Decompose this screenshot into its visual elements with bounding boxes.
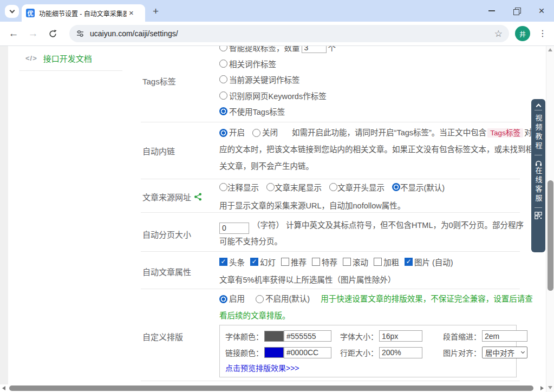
scroll-left-arrow[interactable] (2, 386, 5, 390)
radio-label-enable[interactable]: 启用 (229, 295, 245, 303)
video-tutorial-button[interactable]: 视频教程 (533, 114, 544, 151)
close-icon: × (538, 6, 544, 15)
checkbox-label: 头条 (229, 256, 245, 267)
radio-selected-icon[interactable] (392, 183, 400, 191)
back-button[interactable]: ← (4, 22, 23, 45)
checkbox-image[interactable]: 图片 (自动) (405, 256, 453, 267)
radio-icon[interactable] (329, 183, 337, 191)
qr-code-icon[interactable] (535, 212, 542, 219)
radio-icon[interactable] (219, 92, 227, 100)
checkbox-checked-icon[interactable] (219, 258, 227, 266)
browser-menu-icon[interactable]: ⋮ (538, 28, 547, 38)
font-size-input[interactable] (379, 330, 422, 342)
api-doc-link-label[interactable]: 接口开发文档 (43, 53, 92, 64)
typeset-panel: 字体颜色： 字体大小： 段首缩进： 链接颜色： 行距大小： 图片对齐： 居中对齐… (219, 325, 517, 377)
row-divider (141, 251, 520, 252)
tab-close-icon[interactable]: × (129, 9, 134, 17)
checkbox-icon[interactable] (374, 258, 382, 266)
radio-label-off[interactable]: 关闭 (262, 128, 278, 137)
radio-label-on[interactable]: 开启 (229, 128, 245, 137)
checkbox-label: 图片 (自动) (414, 256, 453, 267)
site-settings-icon[interactable] (76, 29, 84, 38)
font-color-input[interactable] (284, 330, 331, 342)
radio-selected-icon[interactable] (219, 129, 227, 137)
option-label: 不使用Tags标签 (229, 106, 285, 117)
radio-icon[interactable] (219, 75, 227, 83)
scroll-up-arrow[interactable] (548, 48, 552, 51)
link-color-swatch[interactable] (264, 347, 284, 358)
radio-icon[interactable] (256, 295, 264, 303)
vertical-scrollbar-thumb[interactable] (548, 180, 553, 291)
radio-option-article-end[interactable]: 文章末尾显示 (266, 181, 322, 193)
tags-badge: Tags标签 (487, 128, 523, 138)
browser-tab[interactable]: 优 功能细节设置 - 自动文章采集器 × (22, 4, 145, 22)
restore-button[interactable] (504, 0, 529, 22)
radio-icon[interactable] (219, 60, 227, 68)
radio-icon[interactable] (252, 129, 260, 137)
vertical-scrollbar[interactable] (546, 46, 554, 392)
scroll-right-arrow[interactable] (540, 386, 544, 390)
headset-icon[interactable] (535, 159, 543, 167)
image-align-select[interactable]: 居中对齐 (482, 347, 527, 358)
checkbox-label: 特荐 (322, 256, 337, 267)
scroll-down-arrow[interactable] (548, 386, 552, 389)
sidebar-item-api-docs[interactable]: </> 接口开发文档 (25, 53, 92, 64)
new-tab-button[interactable]: + (153, 5, 159, 17)
indent-label: 段首缩进： (443, 331, 482, 342)
checkbox-icon[interactable] (312, 258, 320, 266)
font-color-label: 字体颜色： (225, 331, 264, 342)
radio-option-hide[interactable]: 不显示(默认) (392, 181, 445, 193)
radio-selected-icon[interactable] (219, 295, 227, 303)
radio-option-no-tags[interactable]: 不使用Tags标签 (219, 103, 336, 120)
radio-option-source-keywords[interactable]: 当前源关键词作标签 (219, 71, 336, 88)
online-service-button[interactable]: 在线客服 (533, 167, 544, 204)
horizontal-scrollbar[interactable] (0, 384, 546, 392)
checkbox-icon[interactable] (281, 258, 289, 266)
option-label: 文章开头显示 (337, 181, 384, 193)
link-color-input[interactable] (284, 347, 331, 358)
font-color-swatch[interactable] (264, 331, 284, 342)
paging-size-input[interactable] (219, 223, 249, 234)
radio-option-article-head[interactable]: 文章开头显示 (329, 181, 384, 193)
tab-search-button[interactable] (5, 5, 19, 18)
profile-avatar[interactable]: 井 (515, 26, 530, 41)
preview-typeset-link[interactable]: 点击预览排版效果>>> (225, 362, 299, 373)
smart-tag-count-input[interactable] (302, 46, 327, 53)
url-text[interactable]: ucaiyun.com/caiji/settings/ (90, 29, 494, 38)
reload-button[interactable] (43, 22, 62, 45)
tab-title: 功能细节设置 - 自动文章采集器 (39, 9, 127, 18)
radio-option-related-words[interactable]: 相关词作标签 (219, 56, 336, 72)
radio-option-smart-tags[interactable]: 智能提取标签，数量 个 (219, 46, 336, 56)
address-bar[interactable]: ucaiyun.com/caiji/settings/ ☆ (69, 25, 509, 42)
radio-label-disable[interactable]: 不启用(默认) (265, 295, 310, 303)
bookmark-star-icon[interactable]: ☆ (494, 28, 503, 40)
radio-option-comment[interactable]: 注释显示 (219, 181, 259, 193)
horizontal-scrollbar-thumb[interactable] (9, 386, 533, 391)
checkbox-checked-icon[interactable] (250, 258, 258, 266)
radio-option-page-keywords[interactable]: 识别原网页Keywords作标签 (219, 88, 336, 104)
source-help: 用于显示文章的采集来源URL，自动加nofollow属性。 (219, 199, 405, 211)
row-divider (141, 122, 520, 122)
radio-icon[interactable] (219, 46, 227, 51)
checkbox-recommend[interactable]: 推荐 (281, 256, 307, 267)
close-window-button[interactable]: × (529, 0, 554, 22)
browser-titlebar: 优 功能细节设置 - 自动文章采集器 × + × (0, 0, 554, 22)
checkbox-headline[interactable]: 头条 (219, 256, 245, 267)
checkbox-scroll[interactable]: 滚动 (343, 256, 368, 267)
radio-selected-icon[interactable] (219, 107, 227, 115)
radio-icon[interactable] (266, 183, 275, 191)
paging-controls: （字符） 计算中英文及其标点符号，但不包含HTML，为0则不分页。部分程序可能不… (219, 218, 526, 250)
checkbox-special[interactable]: 特荐 (312, 256, 337, 267)
checkbox-checked-icon[interactable] (405, 258, 413, 266)
select-value: 居中对齐 (485, 347, 514, 358)
indent-input[interactable] (482, 330, 527, 342)
floating-side-panel: 视频教程 在线客服 (531, 99, 545, 252)
checkbox-slideshow[interactable]: 幻灯 (250, 256, 276, 267)
radio-icon[interactable] (219, 183, 227, 191)
line-height-input[interactable] (379, 347, 422, 358)
minimize-button[interactable] (479, 0, 504, 22)
typeset-panel-row1: 字体颜色： 字体大小： 段首缩进： (225, 330, 527, 342)
back-to-top-icon[interactable] (536, 104, 541, 109)
checkbox-icon[interactable] (343, 258, 351, 266)
checkbox-bold[interactable]: 加粗 (374, 256, 399, 267)
